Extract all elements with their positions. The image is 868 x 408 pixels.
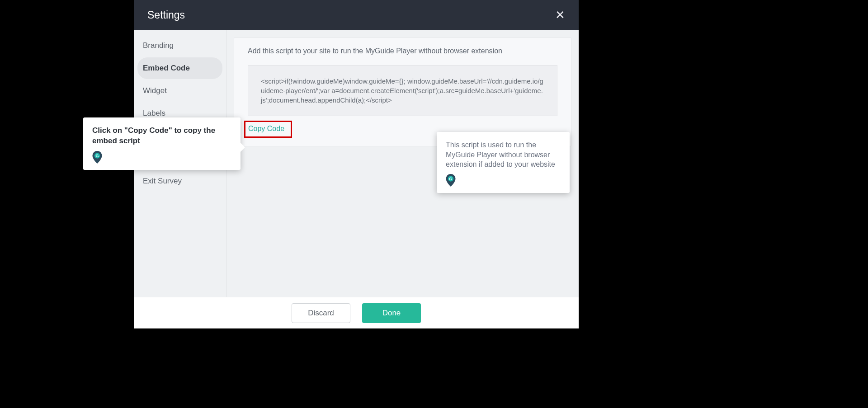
sidebar-item-branding[interactable]: Branding [137,35,222,56]
tooltip-text: Click on "Copy Code" to copy the embed s… [92,126,231,146]
sidebar-item-embed-code[interactable]: Embed Code [137,57,222,79]
svg-text:G: G [449,177,453,181]
guide-tooltip-copy: Click on "Copy Code" to copy the embed s… [83,117,241,170]
copy-code-button[interactable]: Copy Code [248,125,284,133]
embed-code-card: Add this script to your site to run the … [234,38,571,146]
discard-button[interactable]: Discard [292,303,350,323]
sidebar-item-label: Exit Survey [143,177,182,185]
modal-header: Settings ✕ [134,0,579,30]
modal-title: Settings [147,9,185,21]
svg-text:G: G [96,154,99,158]
guide-tooltip-script-info: This script is used to run the MyGuide P… [437,132,570,193]
sidebar-item-label: Branding [143,41,174,50]
sidebar-item-label: Widget [143,86,167,95]
sidebar-item-exit-survey[interactable]: Exit Survey [137,170,222,192]
script-code-box: <script>if(!window.guideMe)window.guideM… [248,65,557,116]
tooltip-text: This script is used to run the MyGuide P… [446,140,561,169]
sidebar-item-label: Labels [143,109,165,117]
sidebar-item-widget[interactable]: Widget [137,80,222,102]
close-icon[interactable]: ✕ [555,8,565,22]
instruction-text: Add this script to your site to run the … [248,47,557,55]
pin-icon: G [446,174,561,187]
modal-footer: Discard Done [134,297,579,328]
pin-icon: G [92,151,231,164]
done-button[interactable]: Done [362,303,421,323]
copy-code-highlight: Copy Code [244,121,292,138]
sidebar-item-label: Embed Code [143,64,190,72]
